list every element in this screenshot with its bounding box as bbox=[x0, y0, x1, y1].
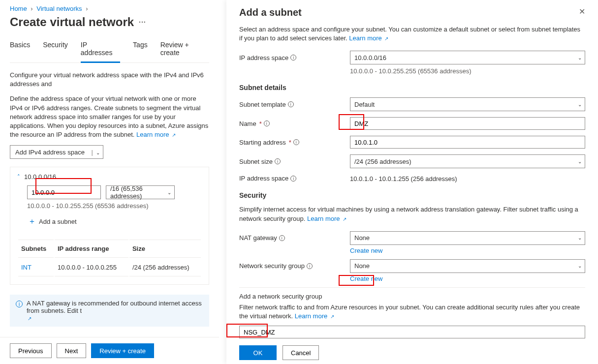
ip-space2-label: IP address space bbox=[239, 175, 288, 182]
ip-space-select[interactable]: 10.0.0.0/16⌄ bbox=[350, 51, 585, 64]
tab-review[interactable]: Review + create bbox=[160, 38, 209, 62]
subnet-int-link[interactable]: INT bbox=[21, 264, 31, 271]
subnets-table: Subnets IP address range Size INT 10.0.0… bbox=[17, 239, 202, 277]
intro-text-1: Configure your virtual network address s… bbox=[10, 71, 209, 89]
tab-security[interactable]: Security bbox=[43, 38, 68, 62]
table-row: INT 10.0.0.0 - 10.0.0.255 /24 (256 addre… bbox=[18, 259, 201, 276]
info-icon[interactable]: i bbox=[279, 235, 285, 241]
tab-basics[interactable]: Basics bbox=[10, 38, 30, 62]
info-icon[interactable]: i bbox=[290, 176, 296, 182]
crumb-home[interactable]: Home bbox=[10, 5, 27, 12]
learn-more-link[interactable]: Learn more ↗ bbox=[295, 312, 334, 320]
ip-space-label: IP address space bbox=[239, 54, 288, 61]
info-icon[interactable]: i bbox=[290, 55, 296, 61]
nat-gateway-select[interactable]: None⌄ bbox=[350, 231, 585, 245]
previous-button[interactable]: Previous bbox=[10, 343, 52, 358]
chevron-down-icon: ⌄ bbox=[578, 55, 582, 61]
collapse-icon[interactable]: ˄ bbox=[17, 174, 20, 180]
nsg-select[interactable]: None⌄ bbox=[350, 259, 585, 273]
address-range-text: 10.0.0.0 - 10.0.255.255 (65536 addresses… bbox=[17, 202, 202, 210]
template-label: Subnet template bbox=[239, 101, 286, 108]
info-banner: i A NAT gateway is recommended for outbo… bbox=[10, 295, 209, 327]
tab-tags[interactable]: Tags bbox=[133, 38, 148, 62]
info-icon[interactable]: i bbox=[288, 101, 294, 107]
page-title: Create virtual network ··· bbox=[10, 15, 209, 29]
plus-icon: ＋ bbox=[28, 216, 36, 227]
info-icon[interactable]: i bbox=[264, 121, 270, 126]
add-subnet-panel: Add a subnet ✕ Select an address space a… bbox=[226, 0, 598, 364]
cancel-button[interactable]: Cancel bbox=[283, 345, 319, 360]
nsg-box-title: Add a network security group bbox=[239, 293, 585, 300]
add-address-space-dropdown[interactable]: Add IPv4 address space |⌄ bbox=[10, 145, 103, 159]
highlight-box bbox=[339, 275, 374, 286]
ip-space2-value: 10.0.1.0 - 10.0.1.255 (256 addresses) bbox=[350, 174, 585, 182]
footer: Previous Next Review + create bbox=[0, 337, 219, 364]
chevron-down-icon: ⌄ bbox=[96, 150, 100, 155]
chevron-down-icon: ⌄ bbox=[167, 190, 171, 195]
template-select[interactable]: Default⌄ bbox=[350, 97, 585, 111]
security-heading: Security bbox=[239, 191, 585, 199]
size-label: Subnet size bbox=[239, 158, 273, 165]
subnet-name-input[interactable] bbox=[350, 117, 585, 130]
col-range: IP address range bbox=[55, 240, 128, 258]
learn-more-link[interactable]: Learn more ↗ bbox=[349, 34, 388, 42]
ok-button[interactable]: OK bbox=[239, 345, 277, 360]
nat-create-new-link[interactable]: Create new bbox=[350, 247, 585, 254]
nsg-create-new-link[interactable]: Create new bbox=[350, 275, 585, 282]
chevron-down-icon: ⌄ bbox=[578, 263, 582, 269]
review-create-button[interactable]: Review + create bbox=[91, 343, 154, 358]
security-desc: Simplify internet access for virtual mac… bbox=[239, 205, 585, 223]
col-size: Size bbox=[129, 240, 201, 258]
highlight-box bbox=[339, 114, 364, 130]
row-size: /24 (256 addresses) bbox=[129, 259, 201, 276]
external-link-icon: ↗ bbox=[343, 216, 346, 222]
external-link-icon: ↗ bbox=[172, 132, 176, 138]
highlight-box bbox=[35, 178, 92, 194]
close-icon[interactable]: ✕ bbox=[579, 7, 585, 16]
panel-intro: Select an address space and configure yo… bbox=[239, 25, 585, 43]
tabs: Basics Security IP addresses Tags Review… bbox=[10, 38, 209, 63]
col-subnets: Subnets bbox=[18, 240, 54, 258]
highlight-box bbox=[226, 324, 268, 337]
info-icon[interactable]: i bbox=[307, 263, 313, 269]
start-label: Starting address bbox=[239, 139, 286, 146]
add-subnet-button[interactable]: ＋ Add a subnet bbox=[23, 213, 82, 230]
ip-space-range: 10.0.0.0 - 10.0.255.255 (65536 addresses… bbox=[350, 67, 585, 75]
nat-label: NAT gateway bbox=[239, 234, 277, 242]
panel-title: Add a subnet bbox=[239, 7, 302, 18]
crumb-vnets[interactable]: Virtual networks bbox=[36, 5, 82, 12]
info-icon: i bbox=[16, 301, 23, 307]
address-mask-select[interactable]: /16 (65,536 addresses)⌄ bbox=[106, 185, 175, 199]
nsg-label: Network security group bbox=[239, 262, 305, 270]
chevron-down-icon: ⌄ bbox=[578, 102, 582, 107]
add-nsg-box: Add a network security group Filter netw… bbox=[239, 287, 585, 360]
breadcrumb: Home › Virtual networks › bbox=[10, 5, 209, 12]
row-range: 10.0.0.0 - 10.0.0.255 bbox=[55, 259, 128, 276]
subnet-size-select[interactable]: /24 (256 addresses)⌄ bbox=[350, 154, 585, 168]
tab-ip-addresses[interactable]: IP addresses bbox=[81, 38, 120, 63]
external-link-icon[interactable]: ↗ bbox=[28, 316, 31, 321]
info-icon[interactable]: i bbox=[293, 139, 299, 145]
nsg-box-desc: Filter network traffic to and from Azure… bbox=[239, 303, 585, 321]
starting-address-input[interactable] bbox=[350, 136, 585, 149]
learn-more-link[interactable]: Learn more ↗ bbox=[307, 215, 346, 222]
more-icon[interactable]: ··· bbox=[139, 18, 146, 26]
subnet-details-heading: Subnet details bbox=[239, 84, 585, 91]
intro-text-2: Define the address space of your virtual… bbox=[10, 94, 209, 139]
external-link-icon: ↗ bbox=[384, 36, 388, 41]
external-link-icon: ↗ bbox=[330, 314, 334, 319]
nsg-name-input[interactable] bbox=[239, 326, 585, 338]
next-button[interactable]: Next bbox=[57, 343, 87, 358]
chevron-down-icon: ⌄ bbox=[578, 235, 582, 241]
name-label: Name bbox=[239, 120, 256, 127]
chevron-down-icon: ⌄ bbox=[578, 159, 582, 164]
learn-more-link[interactable]: Learn more ↗ bbox=[136, 131, 176, 138]
info-icon[interactable]: i bbox=[275, 158, 281, 164]
